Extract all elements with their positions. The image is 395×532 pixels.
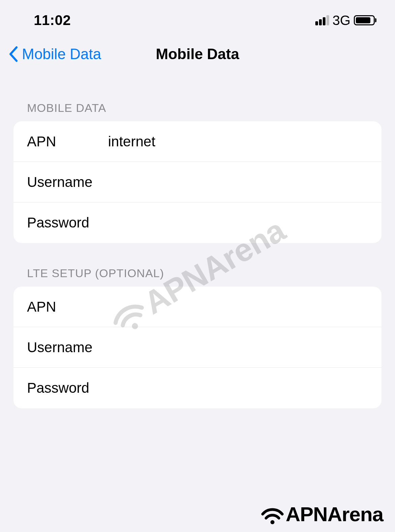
content: MOBILE DATA APN Username Password LTE SE… — [0, 101, 395, 408]
input-apn[interactable] — [108, 134, 368, 150]
cellular-signal-icon — [315, 15, 329, 25]
navigation-bar: Mobile Data Mobile Data — [0, 37, 395, 71]
wifi-icon — [261, 505, 284, 524]
section-group-mobile-data: APN Username Password — [14, 121, 381, 243]
label-apn: APN — [27, 134, 108, 150]
back-label: Mobile Data — [22, 46, 101, 63]
label-password: Password — [27, 215, 108, 231]
status-right: 3G — [315, 13, 375, 28]
label-lte-username: Username — [27, 339, 108, 356]
back-button[interactable]: Mobile Data — [8, 46, 101, 63]
row-lte-password[interactable]: Password — [14, 368, 381, 408]
status-bar: 11:02 3G — [0, 0, 395, 37]
section-header-lte: LTE SETUP (OPTIONAL) — [14, 267, 381, 287]
label-lte-apn: APN — [27, 299, 108, 315]
label-username: Username — [27, 174, 108, 190]
input-lte-apn[interactable] — [108, 299, 368, 315]
input-lte-password[interactable] — [108, 380, 368, 396]
input-lte-username[interactable] — [108, 339, 368, 356]
status-time: 11:02 — [34, 12, 71, 28]
svg-point-1 — [270, 520, 274, 524]
page-title: Mobile Data — [156, 46, 239, 63]
row-lte-apn[interactable]: APN — [14, 287, 381, 327]
input-password[interactable] — [108, 215, 368, 231]
input-username[interactable] — [108, 174, 368, 190]
row-mobile-data-password[interactable]: Password — [14, 202, 381, 243]
watermark-bottom-text: APNArena — [286, 503, 383, 526]
label-lte-password: Password — [27, 380, 108, 396]
row-lte-username[interactable]: Username — [14, 327, 381, 368]
chevron-left-icon — [8, 46, 19, 62]
watermark-bottom: APNArena — [261, 503, 383, 526]
network-type: 3G — [333, 13, 350, 28]
section-header-mobile-data: MOBILE DATA — [14, 101, 381, 121]
row-mobile-data-apn[interactable]: APN — [14, 121, 381, 162]
battery-icon — [354, 15, 375, 25]
section-group-lte: APN Username Password — [14, 287, 381, 408]
row-mobile-data-username[interactable]: Username — [14, 162, 381, 202]
